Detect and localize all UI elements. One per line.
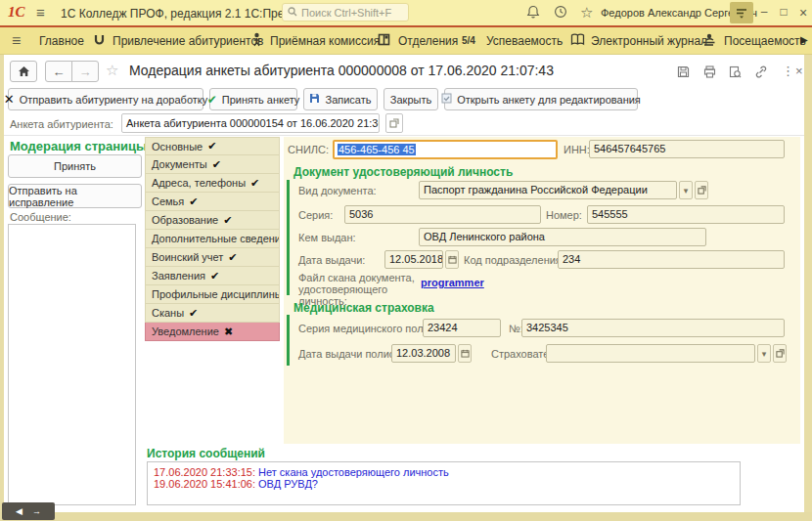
print-icon[interactable] xyxy=(703,65,716,80)
global-search[interactable] xyxy=(282,3,409,22)
link-icon[interactable] xyxy=(754,65,768,80)
tools-sliders-icon[interactable] xyxy=(730,2,753,23)
unit-code-label: Код подразделения: xyxy=(464,254,564,266)
menu-item-attendance[interactable]: Посещаемость xyxy=(724,34,806,48)
tab-label: Семья xyxy=(152,195,184,207)
insurer-input[interactable] xyxy=(546,344,755,363)
search-icon xyxy=(288,7,297,19)
snils-label: СНИЛС: xyxy=(288,144,329,155)
insurer-dropdown-icon[interactable]: ▾ xyxy=(757,344,771,363)
check-mark-icon: ✔ xyxy=(212,158,221,171)
moderation-accept-button[interactable]: Принять xyxy=(8,154,142,178)
1c-logo: 1С xyxy=(8,4,25,21)
selected-text: 456-465-456 45 xyxy=(338,144,416,155)
number-input[interactable]: 545555 xyxy=(587,205,785,224)
menu-item-ejournal[interactable]: Электронный журнал xyxy=(591,34,707,48)
message-time: 19.06.2020 15:41:06: xyxy=(154,478,255,490)
doc-kind-dropdown-icon[interactable]: ▾ xyxy=(679,181,693,199)
window-switch-panel[interactable]: ◀ → xyxy=(2,502,55,520)
cross-mark-icon: ✖ xyxy=(224,326,233,338)
home-icon[interactable] xyxy=(10,61,37,82)
message-textarea[interactable] xyxy=(8,224,136,505)
policy-date-input[interactable]: 12.03.2008 xyxy=(391,344,456,363)
check-mark-icon: ✔ xyxy=(250,177,259,190)
preview-icon[interactable] xyxy=(729,65,742,80)
policy-no-input[interactable]: 3425345 xyxy=(521,319,785,337)
tab-notification[interactable]: Уведомление✖ xyxy=(145,323,280,341)
issue-date-calendar-icon[interactable] xyxy=(445,250,459,269)
series-input[interactable]: 5036 xyxy=(344,205,541,224)
tab-education[interactable]: Образование✔ xyxy=(145,211,280,230)
nav-left-icon[interactable]: ◀ xyxy=(16,506,23,516)
check-mark-icon: ✔ xyxy=(228,251,237,264)
tab-additional[interactable]: Дополнительные сведения✔ xyxy=(145,230,280,248)
forward-button[interactable]: → xyxy=(71,61,99,82)
favorite-form-star-icon[interactable]: ☆ xyxy=(106,62,118,79)
snils-input[interactable]: 456-465-456 45 xyxy=(333,140,558,159)
tab-scans[interactable]: Сканы✔ xyxy=(145,304,280,323)
save-icon[interactable] xyxy=(677,65,690,80)
doc-kind-input[interactable]: Паспорт гражданина Российской Федерации xyxy=(419,181,677,199)
back-button[interactable]: ← xyxy=(45,61,72,82)
tab-documents[interactable]: Документы✔ xyxy=(145,155,280,174)
tab-profile-subjects[interactable]: Профильные дисциплины✔ xyxy=(145,285,280,304)
tab-military[interactable]: Воинский учет✔ xyxy=(145,248,280,267)
window-maximize-button[interactable]: □ xyxy=(775,5,792,19)
window-minimize-button[interactable]: – xyxy=(755,5,773,19)
policy-date-calendar-icon[interactable] xyxy=(458,344,472,363)
anketa-input[interactable]: Анкета абитуриента 000000154 от 16.06.20… xyxy=(121,113,380,133)
menu-item-attract[interactable]: Привлечение абитуриентов xyxy=(113,34,263,48)
tab-family[interactable]: Семья✔ xyxy=(145,193,280,211)
anketa-open-icon[interactable] xyxy=(385,113,403,133)
form-title: Модерация анкеты абитуриента 000000008 о… xyxy=(129,63,554,78)
journal-icon xyxy=(570,33,585,46)
menu-more-icon[interactable]: ▶ xyxy=(800,34,808,45)
inn-label: ИНН: xyxy=(564,144,590,155)
sections-icon[interactable]: ≡ xyxy=(12,32,21,50)
check-mark-icon: ✔ xyxy=(223,214,232,227)
issue-date-input[interactable]: 12.05.2018 xyxy=(384,250,443,269)
history-clock-icon[interactable] xyxy=(554,5,567,21)
favorites-star-icon[interactable]: ☆ xyxy=(580,4,593,22)
tab-label: Образование xyxy=(152,214,218,226)
doc-kind-open-icon[interactable] xyxy=(695,181,708,199)
menu-item-departments[interactable]: Отделения xyxy=(398,34,458,48)
write-button[interactable]: Записать xyxy=(303,88,378,110)
accept-form-button[interactable]: ✔ Принять анкету xyxy=(209,88,297,110)
scan-file-link[interactable]: programmer xyxy=(421,277,484,288)
insurer-open-icon[interactable] xyxy=(773,344,787,363)
check-mark-icon: ✔ xyxy=(189,195,198,208)
identity-section-title: Документ удостоверяющий личность xyxy=(293,165,513,179)
inn-input[interactable]: 546457645765 xyxy=(589,140,785,158)
tab-main[interactable]: Основные✔ xyxy=(145,137,280,155)
send-rework-button[interactable]: ✕ Отправить абитуриенту на доработку xyxy=(8,88,203,110)
menu-item-performance[interactable]: Успеваемость xyxy=(486,34,563,48)
close-form-icon[interactable]: × xyxy=(795,64,803,78)
menu-item-admissions[interactable]: Приёмная комиссия xyxy=(270,34,380,48)
close-button[interactable]: Закрыть xyxy=(383,88,438,110)
issue-date-label: Дата выдачи: xyxy=(298,254,365,266)
page-tabs: Основные✔ Документы✔ Адреса, телефоны✔ С… xyxy=(145,137,280,341)
notifications-bell-icon[interactable] xyxy=(526,5,540,21)
department-icon xyxy=(378,33,390,46)
policy-date-label: Дата выдачи полиса: xyxy=(298,348,403,360)
tab-addresses[interactable]: Адреса, телефоны✔ xyxy=(145,174,280,193)
send-rework-label: Отправить абитуриенту на доработку xyxy=(20,94,208,106)
menu-item-main[interactable]: Главное xyxy=(39,34,84,48)
send-fix-button[interactable]: Отправить на исправление xyxy=(8,184,142,208)
window-close-button[interactable]: × xyxy=(794,5,812,21)
open-edit-button[interactable]: Открыть анкету для редактирования xyxy=(444,88,638,110)
unit-code-input[interactable]: 234 xyxy=(558,250,785,269)
more-actions-icon[interactable]: ⋮ xyxy=(782,64,794,78)
checkbox-icon xyxy=(441,93,452,106)
check-mark-icon: ✔ xyxy=(189,307,198,320)
issued-by-input[interactable]: ОВД Ленинского района xyxy=(419,228,706,246)
main-menu-icon[interactable]: ≡ xyxy=(36,4,45,21)
message-time: 17.06.2020 21:33:15: xyxy=(154,466,255,478)
nav-right-icon[interactable]: → xyxy=(32,506,41,516)
search-input[interactable] xyxy=(301,7,404,19)
tab-label: Профильные дисциплины xyxy=(152,288,280,300)
doc-kind-label: Вид документа: xyxy=(298,185,377,196)
policy-series-input[interactable]: 23424 xyxy=(423,319,501,337)
tab-applications[interactable]: Заявления✔ xyxy=(145,267,280,285)
